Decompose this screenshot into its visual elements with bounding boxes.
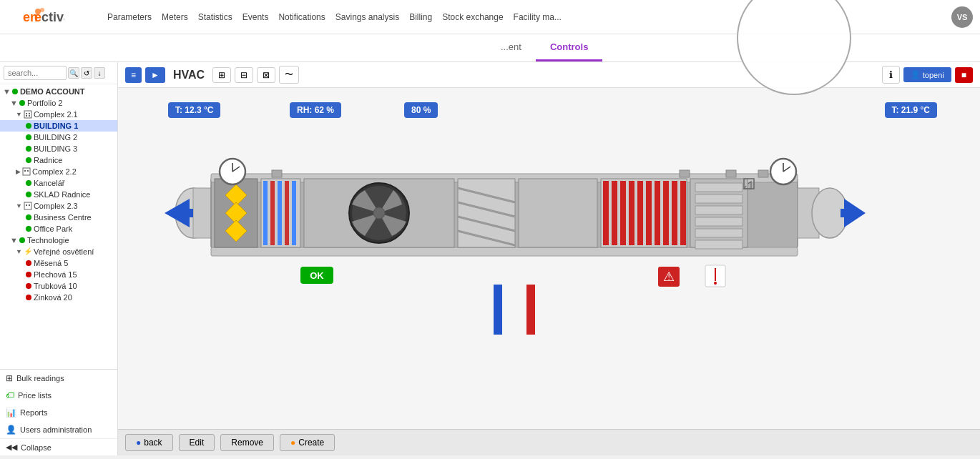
- svg-rect-30: [285, 181, 289, 245]
- svg-text:ctiva: ctiva: [41, 10, 64, 24]
- search-clear-icon[interactable]: ↺: [81, 67, 92, 79]
- svg-rect-7: [26, 113, 27, 114]
- sidebar-price-lists[interactable]: 🏷 Price lists: [0, 387, 117, 404]
- search-execute-icon[interactable]: 🔍: [68, 67, 79, 79]
- tree-item-building3[interactable]: BUILDING 3: [0, 143, 117, 154]
- svg-rect-12: [24, 170, 26, 172]
- sidebar-label-sklad: SKLAD Radnice: [34, 190, 91, 199]
- svg-rect-48: [646, 181, 652, 245]
- sidebar-label-plechova15: Plechová 15: [34, 270, 77, 279]
- tab-management[interactable]: ...ent: [486, 34, 536, 61]
- sidebar-reports-label: Reports: [20, 408, 48, 417]
- sensor-rh: RH: 62 %: [290, 102, 341, 118]
- nav-billing[interactable]: Billing: [409, 12, 432, 22]
- logo-svg: en e ctiva: [7, 6, 64, 29]
- edit-button[interactable]: Edit: [179, 434, 215, 451]
- tree-item-complex21[interactable]: ▼ Complex 2.1: [0, 109, 117, 120]
- icon-complex23: [24, 202, 32, 210]
- svg-rect-75: [758, 170, 768, 177]
- svg-rect-65: [841, 209, 858, 217]
- tree-item-sklad[interactable]: SKLAD Radnice: [0, 189, 117, 200]
- tree-item-kancelar[interactable]: Kancelář: [0, 177, 117, 189]
- back-button[interactable]: ● back: [125, 434, 173, 451]
- user-avatar[interactable]: VS: [951, 6, 973, 28]
- tree-item-zinkova20[interactable]: Zinková 20: [0, 292, 117, 303]
- menu-button[interactable]: ≡: [125, 67, 142, 83]
- tree-item-plechova15[interactable]: Plechová 15: [0, 269, 117, 280]
- icon-btn-grid[interactable]: ⊞: [212, 67, 231, 83]
- nav-savings[interactable]: Savings analysis: [335, 12, 399, 22]
- svg-point-35: [373, 207, 385, 219]
- sidebar-collapse[interactable]: ◀◀ Collapse: [0, 438, 117, 455]
- icon-btn-table[interactable]: ⊠: [257, 67, 275, 83]
- svg-rect-47: [637, 181, 643, 245]
- nav-notifications[interactable]: Notifications: [278, 12, 325, 22]
- sidebar-label-technologie: Technologie: [27, 236, 69, 245]
- tree-item-building1[interactable]: BUILDING 1: [0, 120, 117, 132]
- nav-events[interactable]: Events: [242, 12, 269, 22]
- sidebar-label-trubkova10: Trubková 10: [34, 282, 77, 290]
- search-refresh-icon[interactable]: ↓: [94, 67, 105, 79]
- info-button[interactable]: ℹ: [882, 66, 900, 84]
- tree-item-officepark[interactable]: Office Park: [0, 223, 117, 235]
- tree-item-demo-account[interactable]: ▼ DEMO ACCOUNT: [0, 86, 117, 97]
- hvac-diagram-svg: OK ⚠ 100 %: [157, 127, 944, 335]
- tree-item-complex22[interactable]: ▶ Complex 2.2: [0, 166, 117, 177]
- svg-rect-72: [272, 170, 282, 177]
- sidebar-label-officepark: Office Park: [34, 224, 72, 233]
- svg-rect-16: [29, 204, 30, 206]
- tree-item-technologie[interactable]: ▼ Technologie: [0, 235, 117, 246]
- dot-b3: [26, 146, 31, 152]
- remove-button[interactable]: Remove: [220, 434, 274, 451]
- diagram-toolbar: ≡ ► HVAC ⊞ ⊟ ⊠ 〜 ℹ 👤 topeni ■: [118, 62, 980, 88]
- svg-rect-74: [726, 170, 736, 177]
- tree-item-portfolio2[interactable]: ▼ Portfolio 2: [0, 97, 117, 109]
- search-input[interactable]: [4, 66, 67, 80]
- sidebar-label-zinkova20: Zinková 20: [34, 293, 72, 302]
- sensor-temp-left: T: 12.3 °C: [168, 102, 220, 118]
- icon-complex22: [22, 167, 31, 176]
- svg-rect-41: [519, 179, 597, 247]
- red-button[interactable]: ■: [955, 67, 973, 83]
- sidebar-reports[interactable]: 📊 Reports: [0, 404, 117, 421]
- tree-item-building2[interactable]: BUILDING 2: [0, 132, 117, 143]
- hvac-label: HVAC: [173, 69, 205, 82]
- sensor-80: 80 %: [404, 102, 438, 118]
- icon-btn-chart[interactable]: 〜: [279, 66, 299, 84]
- sidebar-label-mesena5: Měsená 5: [34, 259, 68, 267]
- sidebar-label-kancelar: Kancelář: [34, 179, 64, 187]
- back-icon: ●: [136, 438, 141, 448]
- tree-item-businesscentre[interactable]: Business Centre: [0, 212, 117, 223]
- sidebar-users-admin[interactable]: 👤 Users administration: [0, 421, 117, 438]
- sensor-temp-right: T: 21.9 °C: [885, 102, 937, 118]
- nav-stock[interactable]: Stock exchange: [442, 12, 503, 22]
- arrow-button[interactable]: ►: [145, 67, 165, 83]
- tab-controls[interactable]: Controls: [536, 34, 602, 61]
- create-button[interactable]: ● Create: [280, 434, 335, 451]
- svg-rect-44: [612, 181, 617, 245]
- tree-item-radnice[interactable]: Radnice: [0, 154, 117, 166]
- icon-btn-minus[interactable]: ⊟: [235, 67, 253, 83]
- dot-radnice: [26, 157, 31, 163]
- tree-item-trubkova10[interactable]: Trubková 10: [0, 280, 117, 292]
- main-layout: 🔍 ↺ ↓ ▼ DEMO ACCOUNT ▼ Portfolio 2 ▼: [0, 62, 980, 455]
- nav-parameters[interactable]: Parameters: [107, 12, 152, 22]
- nav-facility[interactable]: Facility ma...: [514, 12, 562, 22]
- svg-rect-73: [680, 170, 690, 177]
- create-label: Create: [298, 438, 324, 448]
- tree-item-verejne[interactable]: ▼ ⚡ Veřejné osvětlení: [0, 246, 117, 257]
- tree-item-mesena5[interactable]: Měsená 5: [0, 257, 117, 269]
- create-icon: ●: [290, 438, 295, 448]
- nav-meters[interactable]: Meters: [162, 12, 188, 22]
- logo: en e ctiva: [7, 6, 107, 29]
- svg-rect-52: [680, 181, 686, 245]
- search-bar: 🔍 ↺ ↓: [0, 62, 117, 84]
- tree-item-complex23[interactable]: ▼ Complex 2.3: [0, 200, 117, 212]
- sidebar-bulk-readings[interactable]: ⊞ Bulk readings: [0, 370, 117, 387]
- topeni-button[interactable]: 👤 topeni: [903, 67, 951, 82]
- nav-statistics[interactable]: Statistics: [198, 12, 232, 22]
- svg-rect-59: [695, 240, 743, 249]
- svg-rect-43: [603, 181, 609, 245]
- svg-rect-55: [695, 194, 743, 203]
- dot-b2: [26, 134, 31, 140]
